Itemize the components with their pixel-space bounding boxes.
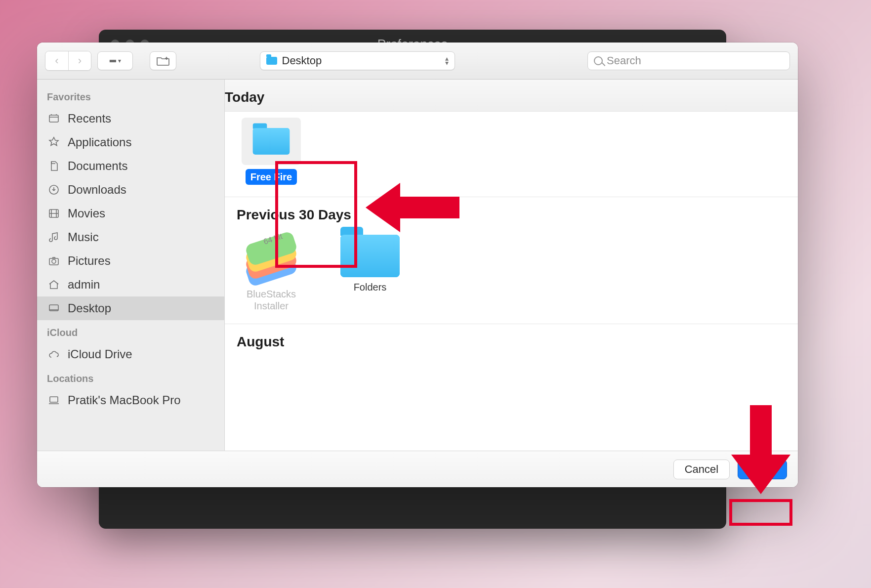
section-title: Previous 30 Days [237, 197, 786, 229]
svg-point-4 [52, 259, 56, 263]
new-folder-button[interactable] [150, 51, 176, 70]
sidebar-item-label: admin [68, 278, 100, 292]
folder-plus-icon [157, 56, 169, 66]
laptop-icon [47, 394, 61, 406]
open-panel-footer: Cancel Open [37, 451, 798, 487]
sidebar-item-label: Applications [68, 135, 131, 149]
sidebar-group-locations: Locations [37, 366, 224, 388]
section-today: Today Free Fire [225, 80, 798, 197]
chevron-left-icon: ‹ [55, 54, 58, 67]
sidebar-item-music[interactable]: Music [37, 225, 224, 249]
open-panel: ‹ › ▪▪▪ ▾ Desktop ▴▾ Search [37, 42, 798, 487]
sidebar-item-admin[interactable]: admin [37, 273, 224, 296]
sidebar-item-label: Pratik's MacBook Pro [68, 393, 181, 407]
cancel-button[interactable]: Cancel [673, 460, 730, 479]
download-icon [47, 184, 61, 196]
sidebar-item-desktop[interactable]: Desktop [37, 296, 224, 320]
home-icon [47, 279, 61, 291]
section-prev30: Previous 30 Days 64 bit BlueStacks Insta… [225, 197, 798, 324]
sidebar-item-pictures[interactable]: Pictures [37, 249, 224, 273]
nav-back-button[interactable]: ‹ [45, 51, 68, 70]
sidebar-item-recents[interactable]: Recents [37, 107, 224, 130]
sidebar-item-icloud-drive[interactable]: iCloud Drive [37, 342, 224, 366]
music-icon [47, 231, 61, 243]
section-title: Today [225, 80, 798, 112]
svg-rect-0 [49, 115, 58, 122]
folder-icon [242, 118, 301, 165]
view-mode-button[interactable]: ▪▪▪ ▾ [97, 51, 133, 70]
section-august: August [225, 324, 798, 368]
chevron-right-icon: › [78, 54, 82, 67]
sidebar-item-applications[interactable]: Applications [37, 130, 224, 154]
documents-icon [47, 160, 61, 172]
gallery: Today Free Fire Previous 30 Days [225, 80, 798, 451]
nav-back-forward: ‹ › [45, 51, 91, 71]
chevron-down-icon: ▾ [118, 57, 121, 64]
sidebar-item-movies[interactable]: Movies [37, 202, 224, 225]
cloud-icon [47, 348, 61, 360]
sidebar-group-icloud: iCloud [37, 320, 224, 342]
sidebar-item-label: iCloud Drive [68, 347, 132, 361]
apps-icon [47, 136, 61, 148]
item-label: Folders [354, 281, 387, 293]
camera-icon [47, 255, 61, 267]
item-label: Free Fire [246, 169, 297, 185]
item-label: BlueStacks Installer [237, 288, 306, 312]
sidebar-item-label: Pictures [68, 254, 111, 268]
sidebar-item-documents[interactable]: Documents [37, 154, 224, 178]
film-icon [47, 208, 61, 219]
path-label: Desktop [282, 54, 440, 67]
search-icon [594, 56, 603, 65]
sidebar-item-mbp[interactable]: Pratik's MacBook Pro [37, 388, 224, 412]
search-field[interactable]: Search [587, 51, 790, 70]
open-button[interactable]: Open [738, 460, 787, 479]
sidebar-item-label: Downloads [68, 183, 126, 197]
icon-grid-icon: ▪▪▪ [109, 55, 115, 67]
section-title: August [237, 324, 786, 356]
item-folders[interactable]: Folders [335, 235, 405, 312]
item-bluestacks[interactable]: 64 bit BlueStacks Installer [237, 235, 306, 312]
bluestacks-icon: 64 bit [242, 235, 301, 284]
sidebar-group-favorites: Favorites [37, 84, 224, 107]
svg-rect-6 [50, 397, 58, 402]
updown-icon: ▴▾ [445, 56, 449, 65]
path-popup[interactable]: Desktop ▴▾ [260, 51, 455, 70]
sidebar-item-downloads[interactable]: Downloads [37, 178, 224, 202]
search-placeholder: Search [607, 54, 641, 67]
folder-icon [340, 235, 400, 277]
clock-icon [47, 113, 61, 125]
sidebar-item-label: Desktop [68, 301, 111, 315]
desktop-icon [47, 302, 61, 314]
sidebar: Favorites Recents Applications Documents… [37, 80, 225, 451]
sidebar-item-label: Recents [68, 112, 111, 126]
open-panel-toolbar: ‹ › ▪▪▪ ▾ Desktop ▴▾ Search [37, 42, 798, 80]
nav-forward-button[interactable]: › [68, 51, 91, 70]
item-free-fire[interactable]: Free Fire [237, 118, 306, 185]
folder-icon [266, 57, 277, 65]
sidebar-item-label: Music [68, 230, 99, 244]
sidebar-item-label: Documents [68, 159, 127, 173]
sidebar-item-label: Movies [68, 207, 105, 220]
annotation-box-open [729, 499, 792, 526]
